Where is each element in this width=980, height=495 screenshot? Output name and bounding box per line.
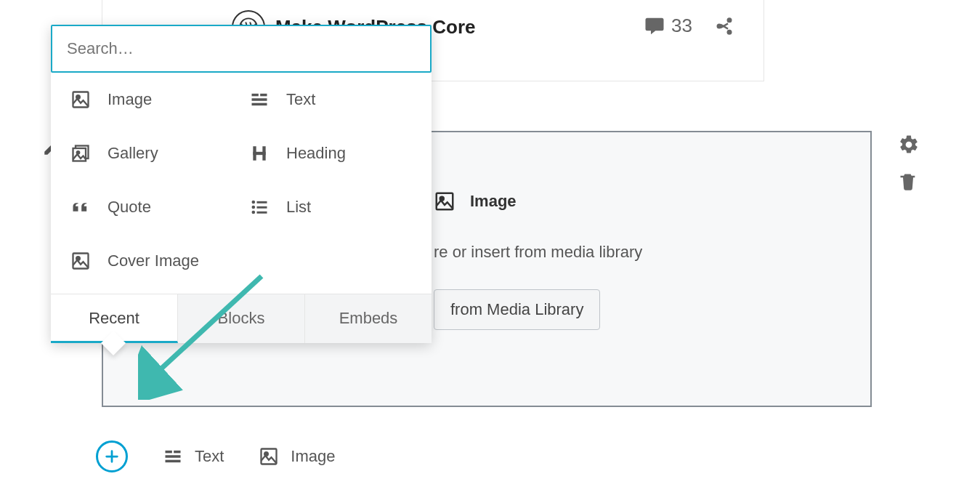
inserter-block-quote[interactable]: Quote	[70, 196, 234, 218]
inserter-block-heading[interactable]: Heading	[248, 142, 413, 164]
list-icon	[248, 196, 270, 218]
svg-point-22	[252, 206, 256, 209]
inserter-tab-blocks[interactable]: Blocks	[178, 294, 305, 343]
block-label: Heading	[286, 144, 346, 163]
block-label: Image	[108, 90, 152, 109]
gear-icon	[898, 134, 920, 156]
cover-image-icon	[70, 250, 92, 272]
post-actions: 33	[644, 15, 734, 37]
block-label: Gallery	[108, 144, 158, 163]
block-side-controls	[898, 134, 920, 192]
svg-rect-15	[73, 148, 86, 161]
add-block-button[interactable]	[96, 440, 128, 472]
share-icon	[714, 16, 734, 36]
image-block-subtitle: re or insert from media library	[434, 243, 841, 262]
image-icon	[434, 190, 455, 212]
svg-rect-13	[260, 94, 267, 97]
inserter-block-gallery[interactable]: Gallery	[70, 142, 234, 164]
svg-rect-30	[166, 455, 181, 458]
block-label: Cover Image	[108, 251, 199, 270]
block-inserter-popover: Image Text	[51, 25, 432, 343]
svg-rect-21	[257, 201, 267, 204]
inserter-block-grid: Image Text	[70, 89, 413, 272]
image-block-title-row: Image	[434, 190, 841, 212]
svg-rect-31	[166, 460, 181, 463]
gallery-icon	[70, 142, 92, 164]
quick-label: Image	[291, 447, 335, 466]
inserter-tab-embeds[interactable]: Embeds	[305, 294, 432, 343]
quick-block-image[interactable]: Image	[259, 446, 335, 467]
svg-rect-25	[257, 212, 267, 214]
inserter-block-list[interactable]: List	[248, 196, 413, 218]
plus-icon	[104, 448, 120, 464]
svg-rect-12	[252, 103, 267, 106]
svg-rect-29	[166, 451, 172, 454]
comment-icon	[644, 15, 665, 37]
image-icon	[259, 446, 279, 467]
block-label: List	[286, 198, 311, 217]
image-block-title: Image	[470, 192, 517, 211]
block-label: Quote	[108, 198, 151, 217]
svg-rect-11	[252, 98, 267, 101]
quick-label: Text	[195, 447, 224, 466]
svg-point-24	[252, 211, 256, 214]
quick-inserter-row: Text Image	[96, 440, 336, 472]
svg-rect-23	[257, 206, 267, 209]
image-icon	[70, 89, 92, 110]
inserter-block-text[interactable]: Text	[248, 89, 413, 110]
block-settings-button[interactable]	[898, 134, 920, 156]
svg-point-20	[252, 201, 256, 204]
comment-count: 33	[671, 15, 692, 37]
svg-point-2	[727, 17, 732, 23]
svg-rect-19	[253, 152, 265, 155]
quote-icon	[70, 196, 92, 218]
svg-rect-32	[174, 451, 180, 454]
block-delete-button[interactable]	[898, 172, 920, 192]
comments-button[interactable]: 33	[644, 15, 692, 37]
trash-icon	[898, 172, 918, 192]
inserter-search-input[interactable]	[51, 25, 432, 73]
text-icon	[248, 89, 270, 110]
heading-icon	[248, 142, 270, 164]
inserter-block-image[interactable]: Image	[70, 89, 234, 110]
svg-point-3	[727, 29, 732, 34]
share-button[interactable]	[714, 16, 734, 36]
text-icon	[163, 446, 183, 467]
block-label: Text	[286, 90, 315, 109]
quick-block-text[interactable]: Text	[163, 446, 224, 467]
svg-rect-10	[252, 94, 259, 97]
inserter-block-cover-image[interactable]: Cover Image	[70, 250, 234, 272]
insert-from-media-library-button[interactable]: from Media Library	[434, 289, 600, 330]
